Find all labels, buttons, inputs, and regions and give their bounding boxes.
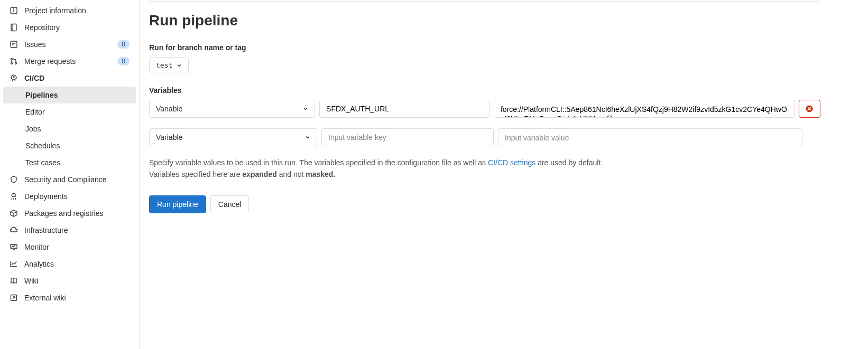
rocket-icon bbox=[10, 74, 18, 82]
repo-icon bbox=[10, 23, 18, 32]
sidebar-item-label: Merge requests bbox=[24, 57, 111, 65]
page-title: Run pipeline bbox=[149, 12, 820, 29]
cancel-button[interactable]: Cancel bbox=[210, 195, 250, 213]
sidebar-item-label: Deployments bbox=[24, 192, 130, 201]
chevron-down-icon bbox=[303, 106, 308, 111]
sidebar-item-merge-requests[interactable]: Merge requests 0 bbox=[3, 53, 136, 70]
package-icon bbox=[10, 209, 18, 218]
issues-badge: 0 bbox=[117, 40, 130, 49]
sidebar-item-label: CI/CD bbox=[24, 74, 130, 82]
variable-type-label: Variable bbox=[156, 105, 182, 113]
svg-point-1 bbox=[14, 9, 14, 10]
sidebar-item-label: Repository bbox=[24, 23, 130, 32]
sidebar-item-label: Infrastructure bbox=[24, 226, 130, 234]
sidebar-item-monitor[interactable]: Monitor bbox=[3, 239, 136, 256]
svg-point-11 bbox=[13, 77, 14, 78]
cicd-subitems: Pipelines Editor Jobs Schedules Test cas… bbox=[3, 87, 136, 171]
help-text: Specify variable values to be used in th… bbox=[149, 157, 820, 181]
sidebar-subitem-pipelines[interactable]: Pipelines bbox=[3, 87, 136, 103]
monitor-icon bbox=[10, 243, 18, 251]
info-icon bbox=[10, 6, 18, 15]
variable-value-input[interactable]: force://PlatformCLI::5Aep861NcI6heXzlUjX… bbox=[494, 100, 795, 118]
external-icon bbox=[10, 294, 18, 302]
shield-icon bbox=[10, 175, 18, 184]
variable-type-dropdown[interactable]: Variable bbox=[149, 100, 315, 118]
merge-badge: 0 bbox=[117, 57, 130, 65]
sidebar-item-label: Issues bbox=[24, 40, 111, 49]
remove-variable-button[interactable] bbox=[799, 100, 820, 118]
actions: Run pipeline Cancel bbox=[149, 195, 820, 213]
issues-icon bbox=[10, 40, 18, 49]
variable-type-dropdown[interactable]: Variable bbox=[149, 128, 317, 146]
sidebar-subitem-testcases[interactable]: Test cases bbox=[3, 154, 136, 171]
sidebar-item-repository[interactable]: Repository bbox=[3, 19, 136, 36]
variable-value-input[interactable] bbox=[498, 128, 802, 146]
sidebar-subitem-jobs[interactable]: Jobs bbox=[3, 120, 136, 137]
cicd-settings-link[interactable]: CI/CD settings bbox=[488, 158, 535, 167]
sidebar-subitem-editor[interactable]: Editor bbox=[3, 103, 136, 120]
chevron-down-icon bbox=[305, 135, 310, 140]
svg-rect-5 bbox=[11, 41, 17, 48]
sidebar-item-infrastructure[interactable]: Infrastructure bbox=[3, 222, 136, 239]
sidebar-item-label: Packages and registries bbox=[24, 209, 130, 218]
run-pipeline-button[interactable]: Run pipeline bbox=[149, 195, 206, 213]
chevron-down-icon bbox=[177, 63, 182, 68]
deploy-icon bbox=[10, 192, 18, 201]
sidebar-item-label: Analytics bbox=[24, 260, 130, 268]
book-icon bbox=[10, 277, 18, 285]
remove-icon bbox=[805, 105, 814, 113]
variables-label: Variables bbox=[149, 86, 820, 95]
sidebar-item-external-wiki[interactable]: External wiki bbox=[3, 289, 136, 306]
sidebar-item-label: Security and Compliance bbox=[24, 175, 130, 184]
sidebar-item-label: Monitor bbox=[24, 243, 130, 251]
top-divider bbox=[149, 1, 820, 2]
sidebar-item-cicd[interactable]: CI/CD bbox=[3, 70, 136, 87]
variable-row-empty: Variable bbox=[149, 128, 820, 146]
sidebar-subitem-schedules[interactable]: Schedules bbox=[3, 137, 136, 154]
infra-icon bbox=[10, 226, 18, 234]
variable-key-input[interactable] bbox=[321, 128, 494, 146]
sidebar-item-packages[interactable]: Packages and registries bbox=[3, 205, 136, 222]
sidebar: Project information Repository Issues 0 … bbox=[0, 0, 140, 349]
svg-point-10 bbox=[15, 63, 17, 64]
variable-row: Variable force://PlatformCLI::5Aep861NcI… bbox=[149, 100, 820, 118]
branch-label: Run for branch name or tag bbox=[149, 43, 820, 52]
sidebar-item-deployments[interactable]: Deployments bbox=[3, 188, 136, 205]
sidebar-item-security[interactable]: Security and Compliance bbox=[3, 171, 136, 188]
sidebar-item-label: External wiki bbox=[24, 294, 130, 302]
sidebar-item-project-info[interactable]: Project information bbox=[3, 2, 136, 19]
sidebar-item-wiki[interactable]: Wiki bbox=[3, 272, 136, 289]
sidebar-item-issues[interactable]: Issues 0 bbox=[3, 36, 136, 53]
sidebar-item-analytics[interactable]: Analytics bbox=[3, 256, 136, 272]
sidebar-item-label: Wiki bbox=[24, 277, 130, 285]
branch-value: test bbox=[156, 61, 172, 69]
branch-dropdown[interactable]: test bbox=[149, 57, 189, 73]
variable-key-input[interactable] bbox=[319, 100, 490, 118]
svg-point-9 bbox=[11, 63, 13, 64]
main-content: Run pipeline Run for branch name or tag … bbox=[140, 0, 868, 349]
sidebar-item-label: Project information bbox=[24, 6, 130, 15]
variable-type-label: Variable bbox=[156, 133, 182, 142]
analytics-icon bbox=[10, 260, 18, 268]
merge-icon bbox=[10, 57, 18, 65]
svg-point-8 bbox=[11, 59, 13, 60]
